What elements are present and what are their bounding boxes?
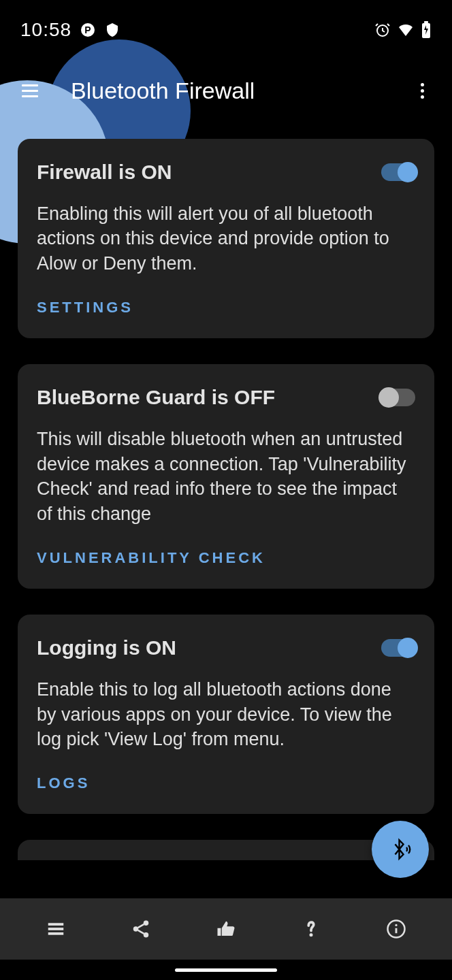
shield-icon	[104, 22, 120, 38]
thumbs-up-icon	[216, 919, 236, 939]
more-options-button[interactable]	[406, 74, 438, 107]
wifi-icon	[398, 22, 414, 38]
status-bar: 10:58 P	[0, 0, 452, 60]
help-nav-button[interactable]	[291, 909, 332, 949]
svg-rect-4	[424, 21, 428, 23]
blueborne-card: BlueBorne Guard is OFF This will disable…	[18, 364, 434, 589]
list-nav-button[interactable]	[35, 909, 76, 949]
svg-point-9	[133, 926, 139, 932]
share-nav-button[interactable]	[120, 909, 161, 949]
content-area: Firewall is ON Enabling this will alert …	[0, 121, 452, 860]
alarm-icon	[374, 22, 391, 38]
logs-button[interactable]: LOGS	[37, 770, 90, 796]
menu-button[interactable]	[14, 74, 46, 107]
blueborne-title: BlueBorne Guard is OFF	[37, 386, 275, 409]
logging-title: Logging is ON	[37, 636, 176, 659]
status-time: 10:58	[20, 19, 71, 41]
firewall-description: Enabling this will alert you of all blue…	[37, 201, 415, 276]
app-bar: Bluetooth Firewall	[0, 60, 452, 121]
settings-button[interactable]: SETTINGS	[37, 295, 133, 321]
battery-icon	[421, 21, 432, 39]
firewall-card: Firewall is ON Enabling this will alert …	[18, 139, 434, 338]
logging-card: Logging is ON Enable this to log all blu…	[18, 615, 434, 814]
list-icon	[46, 919, 66, 939]
logging-toggle[interactable]	[381, 639, 415, 657]
hamburger-icon	[22, 84, 38, 97]
parking-icon: P	[80, 22, 96, 38]
info-icon	[386, 919, 406, 939]
vulnerability-check-button[interactable]: VULNERABILITY CHECK	[37, 545, 265, 571]
svg-text:P: P	[84, 24, 91, 35]
svg-point-10	[144, 932, 149, 938]
like-nav-button[interactable]	[206, 909, 246, 949]
svg-point-13	[395, 924, 397, 926]
question-icon	[301, 919, 321, 939]
share-icon	[131, 919, 151, 939]
firewall-toggle[interactable]	[381, 163, 415, 181]
svg-rect-7	[48, 932, 64, 935]
blueborne-description: This will disable bluetooth when an untr…	[37, 427, 415, 526]
bluetooth-fab[interactable]	[372, 821, 429, 878]
blueborne-toggle[interactable]	[381, 389, 415, 406]
gesture-handle[interactable]	[175, 968, 277, 972]
svg-point-11	[309, 933, 312, 936]
logging-description: Enable this to log all bluetooth actions…	[37, 677, 415, 751]
svg-rect-6	[48, 928, 64, 930]
info-nav-button[interactable]	[376, 909, 417, 949]
app-title: Bluetooth Firewall	[71, 78, 406, 104]
more-vert-icon	[421, 83, 424, 99]
firewall-title: Firewall is ON	[37, 161, 172, 184]
svg-point-8	[144, 921, 149, 926]
bluetooth-audio-icon	[388, 837, 413, 862]
svg-rect-5	[48, 923, 64, 926]
bottom-navigation	[0, 898, 452, 960]
